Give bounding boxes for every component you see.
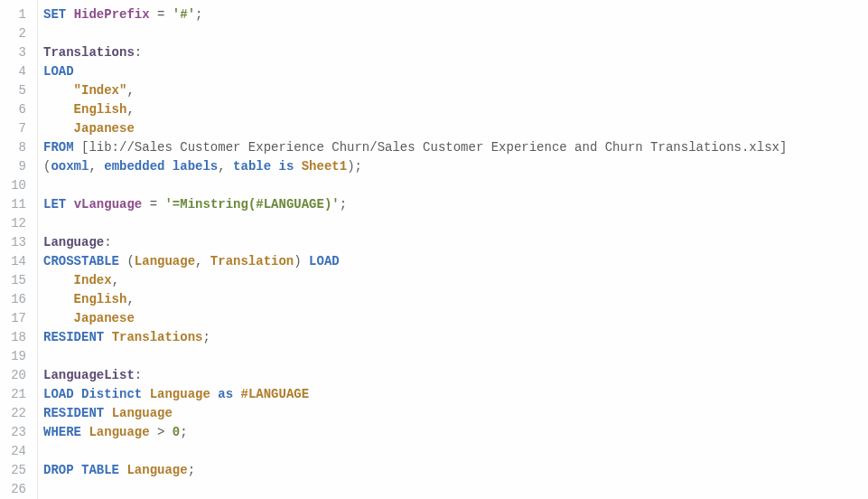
code-line[interactable]: English, bbox=[43, 290, 868, 309]
code-token: LOAD bbox=[43, 387, 74, 401]
code-token: '#' bbox=[173, 7, 195, 22]
code-line[interactable]: LET vLanguage = '=Minstring(#LANGUAGE)'; bbox=[43, 195, 868, 214]
code-token: , bbox=[195, 254, 210, 268]
code-token bbox=[66, 7, 73, 22]
code-token: LOAD bbox=[43, 64, 74, 79]
code-line[interactable]: LOAD Distinct Language as #LANGUAGE bbox=[43, 385, 868, 404]
code-token: ( bbox=[119, 254, 135, 268]
code-token: Translations bbox=[112, 330, 203, 344]
code-token bbox=[74, 140, 81, 155]
code-token bbox=[43, 83, 74, 98]
code-line[interactable] bbox=[43, 24, 868, 43]
code-line[interactable]: Japanese bbox=[43, 309, 868, 328]
code-token: vLanguage bbox=[74, 197, 143, 212]
code-token: English bbox=[74, 102, 127, 117]
code-line[interactable]: SET HidePrefix = '#'; bbox=[43, 5, 868, 24]
code-token: LET bbox=[43, 197, 66, 212]
code-token: ; bbox=[340, 197, 347, 212]
code-token: 0 bbox=[173, 425, 180, 439]
code-token: , bbox=[89, 159, 104, 174]
code-token bbox=[104, 330, 111, 344]
code-token: CROSSTABLE bbox=[43, 254, 119, 268]
code-token: '=Minstring(#LANGUAGE)' bbox=[164, 197, 339, 212]
code-line[interactable]: (ooxml, embedded labels, table is Sheet1… bbox=[43, 157, 868, 176]
code-line[interactable]: Language: bbox=[43, 233, 868, 252]
code-token: Language bbox=[43, 235, 104, 250]
code-line[interactable]: English, bbox=[43, 100, 868, 119]
line-number-gutter: 1234567891011121314151617181920212223242… bbox=[0, 0, 38, 499]
code-token bbox=[43, 102, 74, 117]
code-token bbox=[164, 425, 172, 439]
code-line[interactable] bbox=[43, 347, 868, 366]
code-token: ; bbox=[188, 463, 195, 477]
code-token: RESIDENT bbox=[43, 330, 104, 344]
line-number: 21 bbox=[7, 385, 26, 404]
code-token: Sheet1 bbox=[302, 159, 347, 174]
code-token: Distinct bbox=[81, 387, 142, 401]
code-line[interactable]: DROP TABLE Language; bbox=[43, 461, 868, 480]
code-line[interactable]: WHERE Language > 0; bbox=[43, 423, 868, 442]
code-line[interactable]: Japanese bbox=[43, 119, 868, 138]
code-line[interactable]: RESIDENT Language bbox=[43, 404, 868, 423]
code-token bbox=[164, 7, 172, 22]
code-line[interactable]: Translations: bbox=[43, 43, 868, 62]
code-token: ; bbox=[195, 7, 202, 22]
code-token bbox=[43, 273, 74, 287]
line-number: 9 bbox=[7, 157, 26, 176]
line-number: 13 bbox=[7, 233, 26, 252]
code-line[interactable]: RESIDENT Translations; bbox=[43, 328, 868, 347]
code-token bbox=[142, 197, 149, 212]
code-line[interactable]: FROM [lib://Sales Customer Experience Ch… bbox=[43, 138, 868, 157]
code-token: Language bbox=[112, 406, 173, 420]
line-number: 17 bbox=[7, 309, 26, 328]
code-area[interactable]: SET HidePrefix = '#';Translations:LOAD "… bbox=[38, 0, 868, 499]
code-token bbox=[104, 406, 111, 420]
code-line[interactable] bbox=[43, 480, 868, 499]
code-token: , bbox=[126, 102, 134, 117]
code-token: ; bbox=[202, 330, 210, 344]
code-line[interactable]: "Index", bbox=[43, 81, 868, 100]
line-number: 11 bbox=[7, 195, 26, 214]
code-token: SET bbox=[43, 7, 66, 22]
code-token bbox=[294, 159, 301, 174]
line-number: 6 bbox=[7, 100, 26, 119]
code-token: , bbox=[112, 273, 119, 287]
code-token: #LANGUAGE bbox=[240, 387, 309, 401]
code-token: Japanese bbox=[74, 311, 135, 325]
code-token: table is bbox=[233, 159, 294, 174]
code-token bbox=[43, 292, 74, 306]
line-number: 12 bbox=[7, 214, 26, 233]
code-token: as bbox=[218, 387, 233, 401]
line-number: 26 bbox=[7, 480, 26, 499]
code-token: English bbox=[74, 292, 127, 306]
code-token: Translation bbox=[210, 254, 294, 268]
code-token: , bbox=[126, 292, 134, 306]
code-line[interactable] bbox=[43, 176, 868, 195]
code-token: = bbox=[150, 197, 157, 212]
line-number: 4 bbox=[7, 62, 26, 81]
code-token: embedded labels bbox=[104, 159, 218, 174]
code-token: DROP TABLE bbox=[43, 463, 119, 477]
code-token: FROM bbox=[43, 140, 74, 155]
code-token bbox=[43, 311, 74, 325]
line-number: 20 bbox=[7, 366, 26, 385]
code-token bbox=[150, 7, 157, 22]
code-editor[interactable]: 1234567891011121314151617181920212223242… bbox=[0, 0, 868, 499]
line-number: 7 bbox=[7, 119, 26, 138]
code-line[interactable]: CROSSTABLE (Language, Translation) LOAD bbox=[43, 252, 868, 271]
code-token: Language bbox=[126, 463, 187, 477]
line-number: 25 bbox=[7, 461, 26, 480]
code-line[interactable] bbox=[43, 442, 868, 461]
code-line[interactable]: LOAD bbox=[43, 62, 868, 81]
line-number: 18 bbox=[7, 328, 26, 347]
code-token: LOAD bbox=[309, 254, 340, 268]
code-token: [lib://Sales Customer Experience Churn/S… bbox=[81, 140, 787, 155]
code-token: : bbox=[135, 368, 142, 382]
line-number: 22 bbox=[7, 404, 26, 423]
code-line[interactable]: LanguageList: bbox=[43, 366, 868, 385]
code-line[interactable] bbox=[43, 214, 868, 233]
code-line[interactable]: Index, bbox=[43, 271, 868, 290]
code-token: LanguageList bbox=[43, 368, 135, 382]
line-number: 5 bbox=[7, 81, 26, 100]
code-token: Index bbox=[74, 273, 112, 287]
